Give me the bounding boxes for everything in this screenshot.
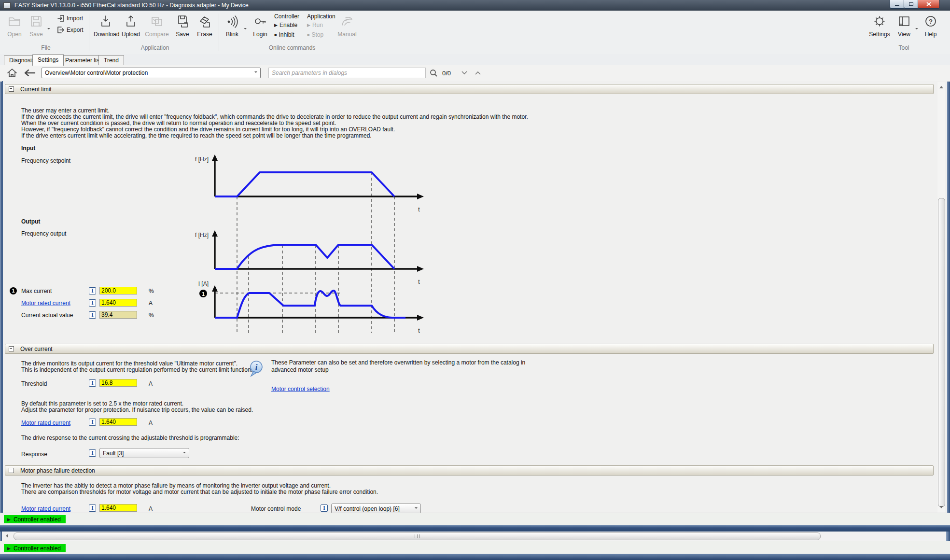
- parameter-info-button[interactable]: I: [89, 449, 96, 457]
- maximize-button[interactable]: [904, 0, 919, 9]
- blink-button[interactable]: Blink: [222, 14, 242, 38]
- axis-label-t2: t: [418, 279, 420, 285]
- param-label: Motor control mode: [251, 505, 301, 512]
- search-prev-chevron-icon[interactable]: [475, 71, 481, 75]
- description-line: The drive monitors its output current fo…: [21, 360, 238, 367]
- save-button[interactable]: Save: [27, 14, 46, 38]
- search-input[interactable]: [268, 68, 426, 78]
- motor-rated-current-link[interactable]: Motor rated current: [21, 505, 70, 512]
- collapse-icon[interactable]: [9, 346, 14, 351]
- upload-button[interactable]: Upload: [120, 14, 141, 38]
- blink-dropdown-caret[interactable]: [244, 28, 247, 31]
- open-button[interactable]: Open: [4, 14, 25, 38]
- window-title: EASY Starter V1.13.0.0 - i550 EtherCat s…: [14, 2, 249, 9]
- parameter-info-button[interactable]: I: [89, 299, 96, 307]
- save-parameter-button[interactable]: Save: [173, 14, 192, 38]
- motor-rated-current-link[interactable]: Motor rated current: [21, 300, 70, 307]
- download-button[interactable]: Download: [94, 14, 118, 38]
- close-button[interactable]: [918, 0, 940, 9]
- search-next-chevron-icon[interactable]: [461, 71, 467, 75]
- search-result-counter: 0/0: [442, 70, 451, 77]
- manual-button[interactable]: Manual: [335, 14, 359, 38]
- horizontal-scrollbar-thumb[interactable]: [14, 532, 821, 540]
- scroll-up-icon[interactable]: [939, 84, 943, 88]
- application-group-heading: Application: [307, 13, 335, 20]
- view-button[interactable]: View: [894, 14, 914, 38]
- parameter-info-button[interactable]: I: [89, 379, 96, 387]
- search-icon[interactable]: [430, 69, 438, 77]
- axis-label-t1: t: [418, 206, 420, 213]
- section-header-current-limit[interactable]: Current limit: [5, 84, 934, 94]
- description-line: By default this parameter is set to 2.5 …: [21, 400, 183, 407]
- controller-inhibit-button[interactable]: ■Inhibit: [274, 31, 294, 38]
- import-button[interactable]: Import: [57, 14, 83, 22]
- app-window: EASY Starter V1.13.0.0 - i550 EtherCat s…: [0, 0, 950, 560]
- svg-text:?: ?: [929, 18, 933, 25]
- description-line: The inverter has the abitiy to detect a …: [21, 482, 331, 489]
- param-unit: %: [149, 312, 154, 319]
- max-current-field[interactable]: 200.0: [99, 287, 137, 294]
- tab-trend[interactable]: Trend: [98, 55, 124, 65]
- param-label: Response: [21, 451, 47, 458]
- inner-window-frame: [0, 525, 950, 532]
- param-label: Max current: [21, 288, 52, 294]
- settings-button[interactable]: Settings: [866, 14, 893, 38]
- application-run-button[interactable]: ▶Run: [307, 22, 323, 28]
- threshold-field[interactable]: 16.8: [99, 379, 137, 387]
- ribbon-separator: [219, 14, 219, 51]
- compare-button[interactable]: Compare: [144, 14, 170, 38]
- tab-settings[interactable]: Settings: [32, 54, 64, 66]
- parameter-info-button[interactable]: I: [89, 311, 96, 319]
- window-pane-icon: [897, 14, 911, 28]
- back-arrow-icon[interactable]: [23, 70, 36, 76]
- clipped-parameter-row: Motor rated current I 1.640 A Motor cont…: [3, 502, 932, 513]
- description-line: The drive response to the current crossi…: [21, 434, 239, 441]
- scroll-down-icon[interactable]: [939, 506, 943, 510]
- floppy-icon: [29, 14, 43, 28]
- collapse-icon[interactable]: [9, 86, 14, 92]
- view-dropdown-caret[interactable]: [915, 28, 918, 31]
- input-heading: Input: [21, 145, 35, 152]
- param-unit: A: [149, 380, 153, 387]
- motor-rated-current-field[interactable]: 1.640: [99, 299, 137, 307]
- group-label-online-commands: Online commands: [222, 44, 362, 51]
- login-button[interactable]: Login: [250, 14, 270, 38]
- minimize-button[interactable]: [890, 0, 905, 9]
- parameter-info-button[interactable]: I: [321, 504, 328, 512]
- export-button[interactable]: Export: [57, 26, 84, 34]
- section-header-over-current[interactable]: Over current: [5, 344, 934, 354]
- motor-rated-current-field[interactable]: 1.640: [99, 504, 137, 512]
- close-icon: [926, 2, 931, 6]
- application-stop-button[interactable]: ■Stop: [307, 31, 323, 38]
- help-button[interactable]: ? Help: [921, 14, 940, 38]
- parameter-info-button[interactable]: I: [89, 419, 96, 426]
- motor-rated-current-field[interactable]: 1.640: [99, 418, 137, 426]
- question-icon: ?: [924, 14, 937, 28]
- motor-control-selection-link[interactable]: Motor control selection: [271, 386, 330, 392]
- response-dropdown[interactable]: Fault [3]: [99, 448, 189, 458]
- scroll-left-icon[interactable]: [4, 534, 8, 538]
- vertical-scrollbar[interactable]: [937, 82, 945, 513]
- current-actual-value-field: 39.4: [99, 311, 137, 319]
- svg-text:i: i: [255, 363, 258, 372]
- dialog-breadcrumb-combobox[interactable]: Overview\Motor control\Motor protection: [42, 68, 261, 78]
- erase-button[interactable]: Erase: [194, 14, 215, 38]
- footnote-marker-1: 1: [10, 287, 17, 294]
- motor-rated-current-link[interactable]: Motor rated current: [21, 420, 70, 426]
- motor-control-mode-dropdown[interactable]: V/f control (open loop) [6]: [331, 504, 421, 513]
- axis-label-i: I [A]: [198, 280, 209, 287]
- description-line: The user may enter a current limit.: [21, 107, 110, 114]
- device-status-bar: ▶ Controller enabled: [0, 513, 950, 525]
- collapse-icon[interactable]: [9, 468, 14, 473]
- parameter-info-button[interactable]: I: [89, 504, 96, 512]
- controller-enable-button[interactable]: ▶Enable: [274, 22, 297, 28]
- description-line: If the drive exceeds the current limit, …: [21, 113, 528, 120]
- home-icon[interactable]: [7, 68, 17, 78]
- horizontal-scrollbar[interactable]: [2, 532, 946, 541]
- parameter-info-button[interactable]: I: [89, 287, 96, 294]
- folder-icon: [8, 14, 21, 28]
- section-header-motor-phase-failure[interactable]: Motor phase failure detection: [5, 465, 934, 476]
- ribbon: Open Save Import Export File Download Up…: [0, 11, 950, 55]
- vertical-scrollbar-thumb[interactable]: [938, 198, 945, 507]
- save-dropdown-caret[interactable]: [47, 28, 50, 31]
